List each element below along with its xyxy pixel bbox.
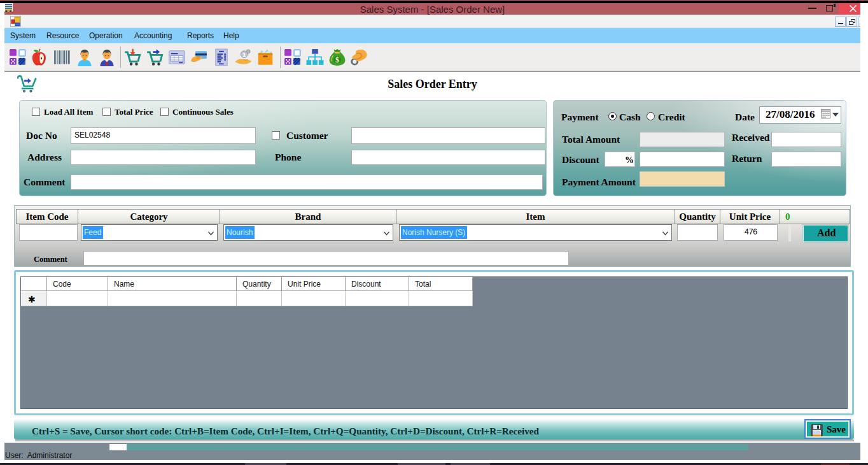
svg-text:$: $: [335, 55, 339, 64]
svg-text:1: 1: [242, 51, 246, 58]
